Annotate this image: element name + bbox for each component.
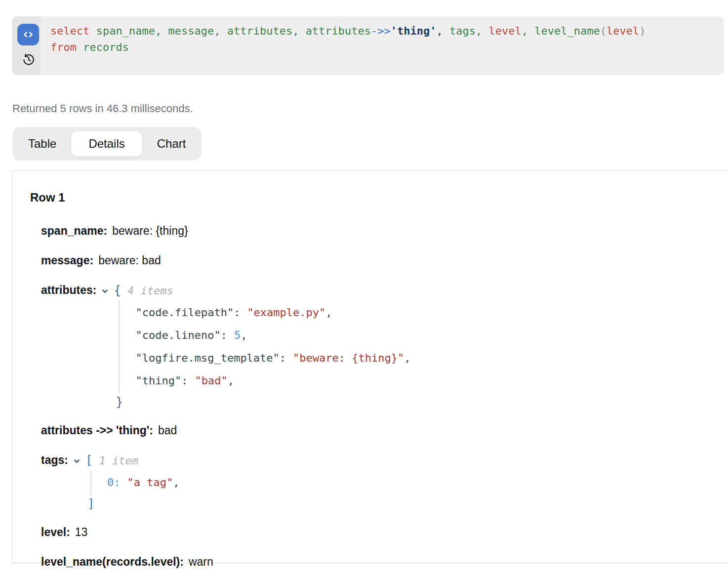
field-label: span_name:: [41, 224, 107, 237]
json-entries: "code.filepath":"example.py","code.linen…: [119, 300, 410, 393]
tab-details[interactable]: Details: [71, 131, 142, 157]
field-message: message:beware: bad: [41, 254, 714, 267]
sql-token: ,: [522, 25, 535, 37]
field-value: warn: [189, 555, 213, 568]
sql-token: ,: [214, 25, 227, 37]
tab-table[interactable]: Table: [13, 137, 71, 151]
sql-token: ,: [155, 25, 168, 37]
field-value: 13: [75, 526, 88, 538]
sql-token: message: [168, 25, 214, 37]
json-comma: ,: [325, 306, 332, 319]
open-bracket: {: [114, 284, 121, 297]
json-tree-head: [1 item: [85, 454, 179, 467]
json-key: "thing":: [135, 374, 188, 387]
json-tree: [1 item0:"a tag",]: [85, 454, 179, 511]
json-key: "logfire.msg_template":: [135, 352, 286, 364]
field-attributes: attributes: {4 items"code.filepath":"exa…: [41, 284, 714, 410]
field-label-text: tags:: [41, 454, 68, 467]
json-key: "code.lineno":: [135, 329, 227, 341]
sql-token: ,: [292, 25, 306, 37]
json-comma: ,: [173, 476, 179, 489]
sql-token: [77, 41, 83, 53]
sql-token: tags: [449, 25, 476, 37]
json-value: "example.py": [247, 306, 325, 319]
sql-token: [89, 25, 96, 37]
json-entry: 0:"a tag",: [107, 471, 179, 494]
sql-token: attributes: [306, 25, 371, 37]
item-count: 4 items: [127, 285, 173, 297]
json-entry: "code.lineno":5,: [135, 324, 410, 347]
field-label: attributes ->> 'thing':: [41, 424, 153, 437]
details-panel: Row 1 span_name:beware: {thing}message:b…: [12, 170, 728, 563]
sql-token: 'thing': [391, 25, 437, 37]
chevron-down-icon[interactable]: [101, 287, 109, 295]
result-view-tabs: TableDetailsChart: [12, 127, 202, 161]
query-status-text: Returned 5 rows in 46.3 milliseconds.: [12, 102, 193, 115]
row-fields: span_name:beware: {thing}message:beware:…: [41, 224, 714, 569]
field-attributes-thing: attributes ->> 'thing':bad: [41, 424, 714, 437]
json-tree: {4 items"code.filepath":"example.py","co…: [114, 284, 410, 410]
editor-gutter: [12, 16, 40, 75]
code-icon: [21, 28, 35, 41]
json-comma: ,: [241, 329, 247, 341]
field-label: attributes:: [41, 284, 109, 297]
field-level: level:13: [41, 526, 714, 539]
history-icon: [21, 53, 35, 67]
sql-token: attributes: [227, 25, 292, 37]
sql-token: level_name: [534, 25, 600, 37]
query-editor: select span_name, message, attributes, a…: [12, 16, 724, 75]
sql-query-text[interactable]: select span_name, message, attributes, a…: [40, 16, 654, 75]
json-entry: "thing":"bad",: [135, 370, 410, 392]
field-label-text: attributes:: [41, 284, 96, 297]
sql-token: ): [639, 25, 646, 37]
row-title: Row 1: [30, 191, 714, 205]
json-key: "code.filepath":: [135, 306, 240, 319]
sql-token: records: [83, 41, 129, 53]
close-bracket: ]: [87, 496, 179, 511]
json-value: "bad": [195, 374, 227, 387]
field-value: beware: bad: [98, 254, 161, 267]
code-editor-button[interactable]: [17, 24, 39, 45]
sql-token: (: [600, 25, 607, 37]
field-value: bad: [158, 424, 177, 437]
open-bracket: [: [85, 454, 92, 467]
field-tags: tags: [1 item0:"a tag",]: [41, 454, 714, 511]
json-value: "a tag": [127, 476, 173, 489]
field-level_name: level_name(records.level):warn: [41, 555, 714, 569]
json-entry: "logfire.msg_template":"beware: {thing}"…: [135, 347, 410, 370]
field-label: message:: [41, 254, 93, 267]
chevron-down-icon[interactable]: [73, 457, 81, 465]
json-value: 5: [234, 329, 241, 341]
sql-token: ,: [437, 25, 450, 37]
sql-token: level: [607, 25, 639, 37]
json-comma: ,: [228, 374, 234, 387]
sql-line-2: from records: [50, 39, 646, 55]
sql-token: from: [50, 41, 77, 53]
sql-token: ->>: [371, 25, 391, 37]
sql-token: span_name: [96, 25, 155, 37]
query-history-button[interactable]: [20, 52, 36, 68]
json-entry: "code.filepath":"example.py",: [135, 301, 410, 324]
sql-token: select: [50, 25, 89, 37]
tab-chart[interactable]: Chart: [142, 137, 201, 151]
json-key: 0:: [107, 476, 121, 489]
json-tree-head: {4 items: [114, 284, 410, 297]
field-label: level_name(records.level):: [41, 555, 184, 568]
item-count: 1 item: [99, 455, 138, 467]
field-span_name: span_name:beware: {thing}: [41, 224, 714, 238]
field-value: beware: {thing}: [112, 224, 188, 237]
json-comma: ,: [404, 352, 410, 364]
field-label: level:: [41, 526, 70, 538]
json-entries: 0:"a tag",: [90, 470, 179, 495]
close-bracket: }: [116, 395, 410, 410]
json-value: "beware: {thing}": [293, 352, 404, 364]
sql-token: level: [489, 25, 522, 37]
sql-line-1: select span_name, message, attributes, a…: [50, 23, 646, 39]
field-label: tags:: [41, 454, 81, 467]
sql-token: ,: [476, 25, 489, 37]
